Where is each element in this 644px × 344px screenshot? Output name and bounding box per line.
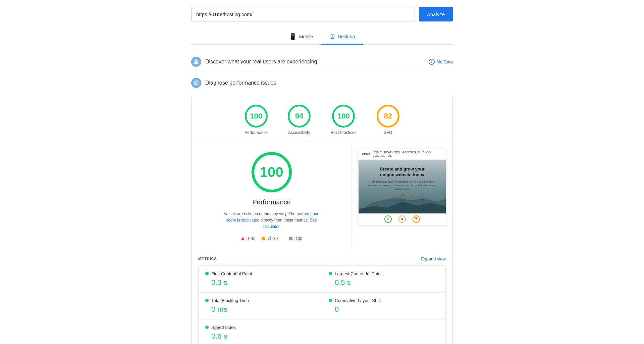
seo-circle: 82	[377, 105, 399, 128]
metric-lcp-value: 0.5 s	[329, 278, 439, 287]
metric-si-dot	[205, 326, 209, 329]
legend: 0–49 50–89 90–100	[241, 236, 302, 241]
search-bar: https://01nethosting.com/ Analyze	[191, 7, 453, 21]
metrics-grid: First Contentful Paint 0.3 s Largest Con…	[198, 265, 446, 344]
metric-tbt-value: 0 ms	[205, 305, 315, 314]
metric-lcp: Largest Contentful Paint 0.5 s	[322, 266, 445, 293]
scores-row: 100 Performance 94 Accessibility 100 Bes…	[192, 95, 452, 142]
metric-fcp-value: 0.3 s	[205, 278, 315, 287]
real-users-icon	[191, 57, 201, 67]
metric-lcp-name: Largest Contentful Paint	[335, 271, 381, 276]
preview-buttons: LEARN MORE VIEW US	[359, 194, 446, 199]
detail-area: 100 Performance Values are estimated and…	[192, 142, 452, 251]
metrics-header: METRICS Expand view	[198, 251, 446, 265]
score-accessibility: 94 Accessibility	[288, 105, 311, 135]
svg-point-0	[194, 81, 198, 85]
square-icon	[262, 237, 265, 240]
metric-tbt: Total Blocking Time 0 ms	[199, 293, 322, 320]
preview-text-overlay: Create and grow yourunique website today…	[359, 166, 446, 199]
big-performance-circle: 100	[252, 152, 292, 192]
preview-view-us: VIEW US	[407, 194, 425, 199]
score-note: Values are estimated and may vary. The p…	[221, 211, 322, 230]
accessibility-label: Accessibility	[288, 130, 310, 135]
metric-fcp-dot	[205, 272, 209, 275]
best-practices-circle: 100	[332, 105, 355, 128]
diagnose-icon	[191, 78, 201, 88]
preview-subtext: Professionally craft the hanging fruit t…	[359, 180, 446, 191]
url-input[interactable]: https://01nethosting.com/	[191, 7, 415, 21]
device-tabs: 📱 Mobile 🖥 Desktop	[191, 30, 453, 45]
seo-label: SEO	[384, 130, 392, 135]
metric-si-value: 0.6 s	[205, 332, 315, 341]
no-data-label: No Data	[437, 59, 453, 64]
score-seo: 82 SEO	[377, 105, 399, 135]
legend-good: 90–100	[284, 236, 302, 241]
tab-desktop[interactable]: 🖥 Desktop	[321, 30, 363, 45]
legend-needs-improvement: 50–89	[262, 236, 278, 241]
preview-footer-check: ✓	[384, 215, 392, 223]
analyze-button[interactable]: Analyze	[419, 7, 453, 21]
real-users-title: Discover what your real users are experi…	[205, 59, 425, 65]
metrics-label: METRICS	[198, 257, 217, 261]
performance-label: Performance	[245, 130, 268, 135]
legend-poor: 0–49	[241, 236, 256, 241]
preview-header: 01net HOME FEATURES PORTFOLIO BLOG CONTA…	[359, 149, 446, 160]
info-icon: i	[429, 59, 435, 65]
metric-cls-name: Cumulative Layout Shift	[335, 298, 381, 303]
big-score-area: 100 Performance Values are estimated and…	[192, 142, 352, 251]
site-preview: 01net HOME FEATURES PORTFOLIO BLOG CONTA…	[359, 149, 446, 225]
metric-tbt-dot	[205, 299, 209, 302]
mobile-icon: 📱	[289, 33, 297, 40]
diagnose-section: Diagnose performance issues	[191, 74, 453, 92]
desktop-icon: 🖥	[329, 33, 335, 40]
metric-cls-dot	[329, 299, 332, 302]
site-preview-area: 01net HOME FEATURES PORTFOLIO BLOG CONTA…	[352, 142, 452, 251]
triangle-icon	[241, 237, 245, 240]
preview-footer-heart: ♥	[398, 215, 406, 223]
score-best-practices: 100 Best Practices	[331, 105, 357, 135]
metric-si-name: Speed Index	[211, 325, 236, 330]
dot-icon	[284, 237, 287, 240]
preview-footer: ✓ ♥ 📍	[359, 213, 446, 225]
metric-empty	[322, 320, 445, 344]
tab-mobile[interactable]: 📱 Mobile	[281, 30, 321, 45]
score-panel: 100 Performance 94 Accessibility 100 Bes…	[191, 95, 453, 344]
preview-learn-more: LEARN MORE	[379, 194, 405, 199]
metric-tbt-name: Total Blocking Time	[211, 298, 249, 303]
metric-lcp-dot	[329, 272, 332, 275]
diagnose-title: Diagnose performance issues	[205, 80, 453, 86]
preview-logo: 01net	[362, 152, 370, 156]
real-users-section: Discover what your real users are experi…	[191, 53, 453, 71]
score-performance: 100 Performance	[245, 105, 268, 135]
metric-fcp-name: First Contentful Paint	[211, 271, 252, 276]
big-score-title: Performance	[252, 198, 291, 206]
metric-fcp: First Contentful Paint 0.3 s	[199, 266, 322, 293]
metric-cls: Cumulative Layout Shift 0	[322, 293, 445, 320]
metric-cls-value: 0	[329, 305, 439, 314]
preview-nav: HOME FEATURES PORTFOLIO BLOG CONTACT US	[373, 151, 442, 157]
performance-circle: 100	[245, 105, 268, 128]
tab-desktop-label: Desktop	[338, 34, 355, 39]
no-data-badge: i No Data	[429, 59, 453, 65]
preview-headline: Create and grow yourunique website today	[359, 166, 446, 178]
tab-mobile-label: Mobile	[299, 34, 313, 39]
accessibility-circle: 94	[288, 105, 311, 128]
metric-si: Speed Index 0.6 s	[199, 320, 322, 344]
preview-footer-pin: 📍	[413, 215, 420, 223]
expand-view-link[interactable]: Expand view	[421, 256, 446, 261]
preview-body: Create and grow yourunique website today…	[359, 160, 446, 213]
best-practices-label: Best Practices	[331, 130, 357, 135]
